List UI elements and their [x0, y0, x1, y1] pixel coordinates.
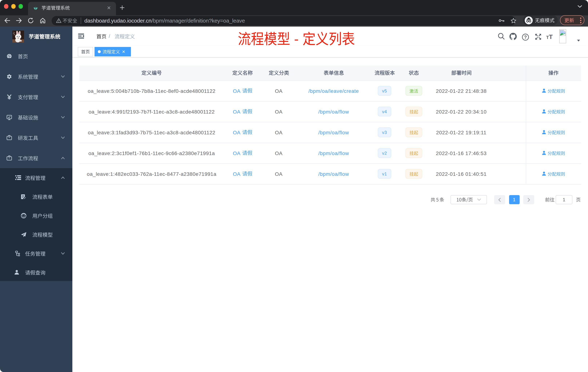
- svg-text:?: ?: [524, 34, 527, 40]
- svg-text:T: T: [546, 35, 549, 39]
- svg-text:T: T: [549, 33, 553, 39]
